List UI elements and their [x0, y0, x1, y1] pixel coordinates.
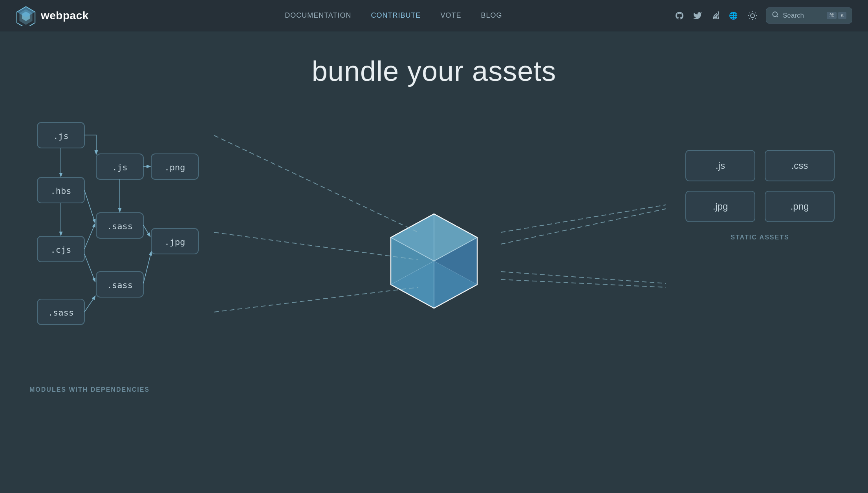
cube-section: [367, 198, 501, 333]
search-icon: [772, 11, 779, 20]
modules-label: MODULES WITH DEPENDENCIES: [29, 386, 150, 393]
search-box[interactable]: Search ⌘ K: [766, 7, 852, 24]
svg-line-50: [84, 296, 95, 312]
stackoverflow-icon[interactable]: [711, 11, 720, 20]
svg-text:.sass: .sass: [48, 308, 74, 318]
search-kbd: ⌘ K: [827, 12, 846, 19]
logo-area[interactable]: webpack: [16, 5, 89, 26]
svg-text:.jpg: .jpg: [165, 237, 185, 247]
nav-documentation[interactable]: DOCUMENTATION: [285, 11, 351, 20]
svg-line-44: [84, 190, 95, 223]
nav-links: DOCUMENTATION CONTRIBUTE VOTE BLOG: [112, 11, 675, 20]
svg-line-47: [84, 224, 95, 249]
svg-line-19: [749, 18, 750, 18]
k-key: K: [838, 12, 846, 19]
navbar: webpack DOCUMENTATION CONTRIBUTE VOTE BL…: [0, 0, 868, 31]
modules-diagram-svg: .js .hbs .js .png .sass .cjs .jpg: [29, 119, 214, 385]
assets-section: .js .css .jpg .png STATIC ASSETS: [685, 150, 835, 241]
svg-line-49: [143, 252, 151, 283]
nav-vote[interactable]: VOTE: [441, 11, 461, 20]
svg-line-45: [143, 225, 150, 236]
svg-text:.hbs: .hbs: [51, 186, 71, 196]
svg-text:.sass: .sass: [107, 221, 133, 231]
webpack-logo-icon: [16, 5, 36, 26]
logo-text: webpack: [41, 9, 89, 22]
svg-point-21: [773, 12, 777, 16]
svg-text:.js: .js: [112, 163, 128, 172]
svg-line-16: [755, 18, 755, 18]
svg-text:.cjs: .cjs: [51, 245, 71, 255]
svg-text:.png: .png: [165, 163, 185, 172]
svg-text:🌐: 🌐: [729, 11, 738, 20]
svg-line-15: [749, 13, 750, 13]
svg-line-68: [501, 209, 666, 244]
svg-line-69: [501, 272, 666, 283]
github-icon[interactable]: [675, 11, 684, 20]
asset-css: .css: [765, 150, 835, 181]
nav-contribute[interactable]: CONTRIBUTE: [371, 11, 421, 20]
language-icon[interactable]: 🌐: [729, 11, 739, 20]
modules-section: .js .hbs .js .png .sass .cjs .jpg: [29, 119, 214, 385]
nav-blog[interactable]: BLOG: [481, 11, 502, 20]
assets-grid: .js .css .jpg .png: [685, 150, 835, 222]
asset-jpg: .jpg: [685, 191, 755, 222]
webpack-cube: [367, 198, 501, 332]
svg-line-48: [84, 254, 95, 281]
svg-point-12: [751, 14, 754, 18]
svg-line-70: [501, 279, 666, 287]
cmd-key: ⌘: [827, 12, 837, 19]
svg-text:.sass: .sass: [107, 280, 133, 290]
svg-text:.js: .js: [53, 131, 69, 141]
twitter-icon[interactable]: [693, 11, 702, 20]
main-content: bundle your assets .js .hbs .js: [0, 31, 868, 493]
asset-png: .png: [765, 191, 835, 222]
theme-toggle-icon[interactable]: [748, 11, 757, 20]
svg-line-22: [776, 16, 778, 17]
page-title: bundle your assets: [312, 55, 556, 87]
svg-line-67: [501, 205, 666, 232]
assets-label: STATIC ASSETS: [685, 234, 835, 241]
asset-js: .js: [685, 150, 755, 181]
search-text: Search: [783, 12, 823, 20]
svg-line-20: [755, 13, 755, 13]
nav-icons: 🌐 Sear: [675, 7, 852, 24]
